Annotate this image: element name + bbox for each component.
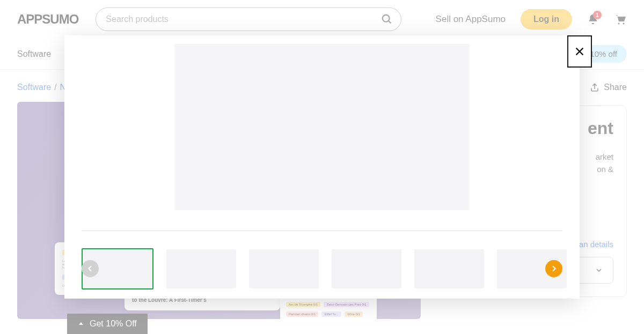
image-gallery-modal [64,35,580,299]
thumbnail[interactable] [414,249,484,288]
close-button[interactable] [567,35,592,68]
gallery-main-image [174,44,470,210]
chevron-left-icon [86,264,94,273]
thumbnail[interactable] [249,249,319,288]
thumbnail[interactable] [332,249,401,288]
gallery-prev-button[interactable] [82,260,99,277]
close-icon [574,46,586,57]
thumbnail-strip [64,231,580,290]
gallery-next-button[interactable] [545,260,562,277]
thumbnail[interactable] [166,249,236,288]
chevron-right-icon [550,264,558,273]
